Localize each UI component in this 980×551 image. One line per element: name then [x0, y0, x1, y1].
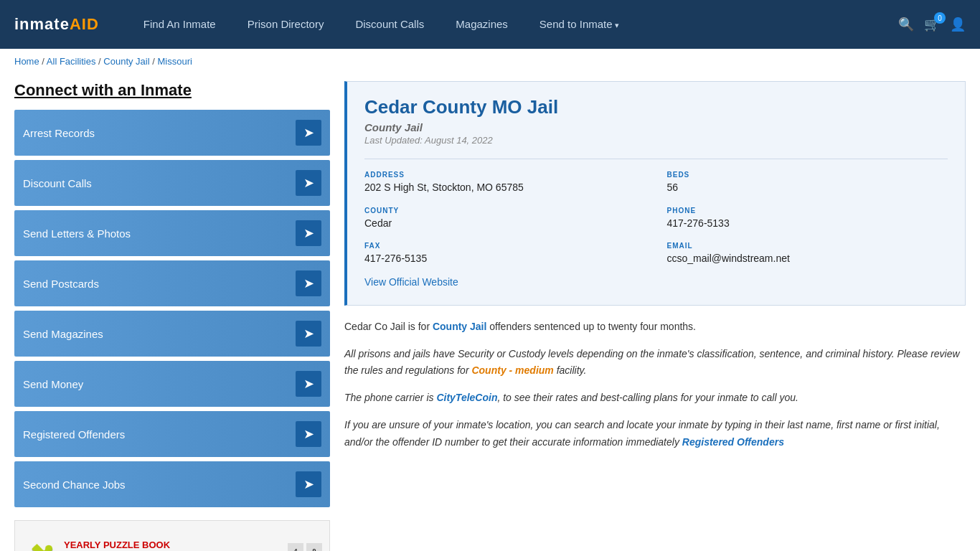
sidebar-item-send-magazines[interactable]: Send Magazines ➤	[14, 311, 330, 357]
address-label: ADDRESS	[364, 171, 646, 179]
arrow-icon: ➤	[296, 371, 321, 397]
para2-prefix: All prisons and jails have Security or C…	[344, 348, 960, 377]
main-content: Cedar County MO Jail County Jail Last Up…	[344, 81, 966, 551]
arrow-icon: ➤	[296, 120, 321, 146]
facility-name: Cedar County MO Jail	[364, 96, 948, 118]
cart-button[interactable]: 🛒 0	[924, 17, 940, 32]
description-para3: The phone carrier is CityTeleCoin, to se…	[344, 390, 966, 407]
email-group: EMAIL ccso_mail@windstream.net	[667, 242, 948, 266]
grid-cell: 4	[288, 543, 303, 551]
description-para4: If you are unsure of your inmate's locat…	[344, 417, 966, 451]
sidebar-title: Connect with an Inmate	[14, 81, 330, 100]
nav-send-to-inmate[interactable]: Send to Inmate	[524, 0, 635, 50]
search-button[interactable]: 🔍	[898, 17, 914, 32]
main-nav: inmateAID Find An Inmate Prison Director…	[0, 0, 980, 49]
grid-cell: 9	[306, 543, 322, 551]
beds-label: BEDS	[667, 171, 948, 179]
para3-prefix: The phone carrier is	[344, 392, 436, 403]
sidebar-item-second-chance-jobs[interactable]: Second Chance Jobs ➤	[14, 461, 330, 507]
sidebar-item-send-money[interactable]: Send Money ➤	[14, 361, 330, 407]
facility-details: ADDRESS 202 S High St, Stockton, MO 6578…	[364, 159, 948, 266]
para2-suffix: facility.	[554, 364, 587, 376]
nav-links: Find An Inmate Prison Directory Discount…	[128, 0, 898, 50]
ad-inner: 🧩 YEARLY PUZZLE BOOKSUBSCRIPTIONS STARTI…	[15, 534, 329, 551]
arrow-icon: ➤	[296, 471, 321, 497]
breadcrumb-all-facilities[interactable]: All Facilities	[47, 56, 96, 67]
description-para2: All prisons and jails have Security or C…	[344, 346, 966, 380]
breadcrumb-home[interactable]: Home	[14, 56, 39, 67]
ad-title: YEARLY PUZZLE BOOKSUBSCRIPTIONS	[64, 540, 281, 551]
beds-group: BEDS 56	[667, 171, 948, 195]
para4-prefix: If you are unsure of your inmate's locat…	[344, 419, 940, 448]
user-button[interactable]: 👤	[950, 17, 966, 32]
official-website-link[interactable]: View Official Website	[364, 276, 948, 288]
arrow-icon: ➤	[296, 421, 321, 447]
nav-magazines[interactable]: Magazines	[440, 0, 524, 49]
address-value: 202 S High St, Stockton, MO 65785	[364, 181, 646, 195]
county-label: COUNTY	[364, 207, 646, 215]
nav-icons: 🔍 🛒 0 👤	[898, 17, 966, 32]
phone-value: 417-276-5133	[667, 217, 948, 231]
para2-highlight: County - medium	[471, 364, 553, 376]
sidebar-item-send-letters[interactable]: Send Letters & Photos ➤	[14, 210, 330, 256]
fax-group: FAX 417-276-5135	[364, 242, 646, 266]
ad-banner[interactable]: 🧩 YEARLY PUZZLE BOOKSUBSCRIPTIONS STARTI…	[14, 520, 330, 551]
ad-grid: 4 9 2 5	[288, 543, 324, 551]
para1-suffix: offenders sentenced up to twenty four mo…	[486, 321, 696, 332]
sidebar-label: Send Money	[23, 378, 83, 390]
breadcrumb-missouri[interactable]: Missouri	[157, 56, 192, 67]
county-group: COUNTY Cedar	[364, 207, 646, 231]
sidebar-menu: Arrest Records ➤ Discount Calls ➤ Send L…	[14, 110, 330, 507]
user-icon: 👤	[950, 17, 966, 32]
arrow-icon: ➤	[296, 270, 321, 296]
breadcrumb: Home / All Facilities / County Jail / Mi…	[0, 49, 980, 74]
sidebar-item-arrest-records[interactable]: Arrest Records ➤	[14, 110, 330, 156]
para1-prefix: Cedar Co Jail is for	[344, 321, 433, 332]
main-layout: Connect with an Inmate Arrest Records ➤ …	[0, 74, 980, 551]
sidebar-item-discount-calls[interactable]: Discount Calls ➤	[14, 160, 330, 206]
para3-highlight: CityTeleCoin	[436, 392, 497, 403]
sidebar-label: Send Magazines	[23, 328, 103, 340]
phone-group: PHONE 417-276-5133	[667, 207, 948, 231]
sidebar-item-registered-offenders[interactable]: Registered Offenders ➤	[14, 411, 330, 457]
sidebar-label: Send Letters & Photos	[23, 227, 131, 240]
search-icon: 🔍	[898, 17, 914, 32]
para3-suffix: , to see their rates and best-calling pl…	[497, 392, 798, 403]
sidebar-label: Second Chance Jobs	[23, 479, 126, 491]
arrow-icon: ➤	[296, 220, 321, 246]
nav-prison-directory[interactable]: Prison Directory	[232, 0, 340, 49]
sidebar-label: Send Postcards	[23, 278, 99, 290]
facility-description: Cedar Co Jail is for County Jail offende…	[344, 319, 966, 451]
nav-discount-calls[interactable]: Discount Calls	[339, 0, 440, 49]
description-para1: Cedar Co Jail is for County Jail offende…	[344, 319, 966, 336]
sidebar-label: Arrest Records	[23, 127, 95, 139]
sidebar-label: Discount Calls	[23, 177, 92, 189]
para4-highlight: Registered Offenders	[682, 436, 784, 448]
beds-value: 56	[667, 181, 948, 195]
puzzle-icon: 🧩	[21, 545, 57, 551]
fax-value: 417-276-5135	[364, 252, 646, 266]
sidebar-item-send-postcards[interactable]: Send Postcards ➤	[14, 260, 330, 306]
arrow-icon: ➤	[296, 321, 321, 347]
facility-updated: Last Updated: August 14, 2022	[364, 135, 948, 146]
facility-card: Cedar County MO Jail County Jail Last Up…	[344, 81, 966, 306]
fax-label: FAX	[364, 242, 646, 250]
sidebar: Connect with an Inmate Arrest Records ➤ …	[14, 81, 330, 551]
email-value: ccso_mail@windstream.net	[667, 252, 948, 266]
breadcrumb-county-jail[interactable]: County Jail	[103, 56, 149, 67]
sidebar-label: Registered Offenders	[23, 428, 125, 441]
cart-badge: 0	[934, 12, 946, 24]
site-logo[interactable]: inmateAID	[14, 15, 99, 34]
address-group: ADDRESS 202 S High St, Stockton, MO 6578…	[364, 171, 646, 195]
county-value: Cedar	[364, 217, 646, 231]
facility-type: County Jail	[364, 121, 948, 133]
arrow-icon: ➤	[296, 170, 321, 196]
para1-highlight: County Jail	[433, 321, 486, 332]
email-label: EMAIL	[667, 242, 948, 250]
ad-text: YEARLY PUZZLE BOOKSUBSCRIPTIONS STARTING…	[64, 540, 281, 551]
phone-label: PHONE	[667, 207, 948, 215]
nav-find-inmate[interactable]: Find An Inmate	[128, 0, 232, 49]
